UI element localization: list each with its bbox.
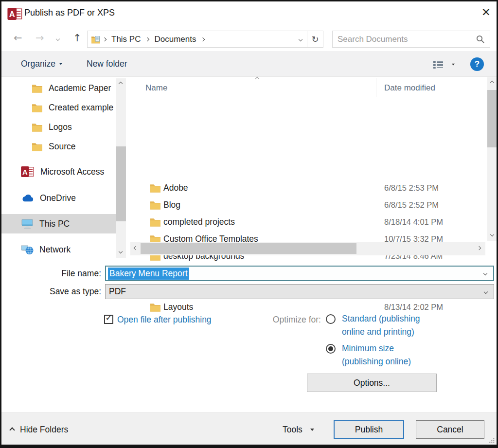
hide-folders-button[interactable]: Hide Folders	[10, 425, 68, 435]
file-list: Name Date modified Adobe 6/8/15 2:53 PM …	[130, 77, 485, 256]
sidebar-item-label: Logos	[49, 122, 72, 132]
close-icon[interactable]: ✕	[481, 6, 491, 18]
access-app-icon	[7, 7, 23, 20]
help-button[interactable]: ?	[470, 57, 484, 71]
folder-icon	[150, 303, 161, 312]
file-row-completed-projects[interactable]: completed projects 8/18/14 4:01 PM	[130, 214, 485, 231]
up-button[interactable]: ↑	[73, 32, 82, 44]
radio-standard-label-line1[interactable]: Standard (publishing	[342, 314, 420, 324]
checkmark-icon: ✓	[105, 314, 112, 322]
column-header-name[interactable]: Name	[145, 83, 167, 93]
sidebar-item-academic-paper[interactable]: Academic Paper	[1, 78, 116, 98]
publish-button-label: Publish	[355, 425, 383, 435]
sidebar-item-logos[interactable]: Logos	[1, 117, 116, 137]
breadcrumb-documents[interactable]: Documents	[151, 35, 199, 44]
breadcrumb-this-pc[interactable]: This PC	[108, 35, 143, 44]
navigation-bar: ← → ↑ This PC Documents ↻	[1, 27, 497, 51]
organize-button[interactable]: Organize	[21, 51, 63, 76]
scroll-left-icon[interactable]	[134, 246, 138, 250]
open-file-checkbox[interactable]: ✓	[104, 315, 113, 324]
file-name-input[interactable]: Bakery Menu Report	[105, 266, 494, 281]
cancel-button-label: Cancel	[437, 425, 463, 435]
breadcrumb-separator-icon	[201, 37, 205, 41]
location-folder-icon	[91, 35, 101, 44]
scroll-down-icon[interactable]	[119, 250, 123, 253]
cancel-button[interactable]: Cancel	[416, 420, 484, 439]
radio-standard-label-line2[interactable]: online and printing)	[342, 327, 414, 337]
address-bar[interactable]: This PC Documents ↻	[87, 31, 323, 48]
sidebar-scrollbar[interactable]	[116, 78, 126, 258]
radio-selected-dot	[328, 346, 333, 351]
radio-standard[interactable]	[326, 314, 336, 324]
file-name: Layouts	[163, 302, 193, 312]
dialog-title: Publish as PDF or XPS	[24, 8, 115, 18]
folder-icon	[150, 217, 161, 227]
breadcrumb-separator-icon	[145, 37, 149, 41]
save-as-type-select[interactable]: PDF	[105, 284, 494, 299]
folder-icon	[150, 200, 161, 210]
publish-pdf-xps-dialog: Publish as PDF or XPS ✕ ← → ↑ This PC Do…	[0, 0, 498, 448]
list-vertical-scrollbar[interactable]	[487, 77, 498, 241]
list-horizontal-scrollbar[interactable]	[130, 242, 485, 255]
file-row-adobe[interactable]: Adobe 6/8/15 2:53 PM	[130, 180, 485, 197]
file-row-blog[interactable]: Blog 6/8/15 2:52 PM	[130, 197, 485, 214]
sidebar-item-source[interactable]: Source	[1, 137, 116, 156]
radio-minimum-size[interactable]	[326, 344, 336, 354]
footer-bar: Hide Folders Tools Publish Cancel	[1, 412, 497, 445]
radio-minimum-label-line1[interactable]: Minimum size	[342, 343, 394, 354]
this-pc-monitor-icon	[21, 218, 34, 229]
options-button[interactable]: Options...	[307, 374, 437, 392]
new-folder-button[interactable]: New folder	[87, 51, 127, 76]
sidebar-scrollbar-thumb[interactable]	[116, 146, 126, 221]
breadcrumb-separator-icon	[103, 37, 107, 41]
sidebar-item-label: OneDrive	[40, 193, 76, 203]
save-as-type-chevron-icon[interactable]	[484, 289, 488, 293]
horizontal-scrollbar-thumb[interactable]	[141, 243, 356, 254]
file-date: 6/8/15 2:52 PM	[384, 200, 439, 210]
file-name: Blog	[163, 200, 180, 210]
optimize-for-label: Optimize for:	[245, 315, 321, 325]
scroll-up-icon[interactable]	[119, 82, 123, 86]
refresh-icon[interactable]: ↻	[307, 34, 323, 44]
view-dropdown-caret-icon[interactable]	[452, 64, 455, 66]
sidebar-item-this-pc[interactable]: This PC	[1, 214, 116, 233]
folder-icon	[150, 183, 161, 193]
sort-ascending-icon	[255, 77, 259, 81]
open-file-checkbox-label[interactable]: Open file after publishing	[117, 315, 212, 325]
sidebar-item-network[interactable]: Network	[1, 240, 116, 259]
back-button[interactable]: ←	[14, 32, 22, 44]
options-button-label: Options...	[354, 378, 390, 388]
forward-button[interactable]: →	[36, 32, 44, 44]
file-name: Adobe	[163, 183, 188, 193]
change-view-icon[interactable]	[433, 60, 444, 69]
address-dropdown-chevron-icon[interactable]	[299, 37, 302, 41]
sidebar-item-onedrive[interactable]: OneDrive	[1, 188, 116, 208]
scroll-up-icon[interactable]	[490, 81, 494, 85]
column-header-date-modified[interactable]: Date modified	[384, 83, 435, 93]
file-date: 6/8/15 2:53 PM	[384, 183, 439, 193]
file-date: 8/18/14 4:01 PM	[384, 217, 443, 227]
list-scrollbar-thumb[interactable]	[487, 90, 498, 147]
radio-minimum-label-line2[interactable]: (publishing online)	[342, 357, 411, 367]
tools-caret-icon	[310, 429, 314, 431]
toolbar: Organize New folder ?	[1, 51, 497, 77]
tools-dropdown[interactable]: Tools	[283, 425, 314, 435]
recent-locations-chevron-icon[interactable]	[56, 37, 60, 41]
organize-caret-icon	[59, 63, 62, 65]
scroll-right-icon[interactable]	[477, 246, 481, 250]
folder-icon	[32, 142, 43, 151]
tools-label: Tools	[283, 425, 302, 435]
sidebar-item-label: Source	[49, 142, 75, 152]
file-row-layouts[interactable]: Layouts 8/13/14 2:02 PM	[130, 299, 485, 316]
search-input[interactable]	[333, 35, 476, 44]
resize-grip[interactable]	[488, 437, 495, 444]
scroll-down-icon[interactable]	[490, 233, 494, 236]
folder-icon	[32, 84, 43, 93]
onedrive-cloud-icon	[21, 194, 34, 202]
publish-button[interactable]: Publish	[334, 420, 404, 439]
column-divider	[376, 78, 376, 97]
sidebar-item-created-example[interactable]: Created example	[1, 98, 116, 117]
sidebar-item-microsoft-access[interactable]: Microsoft Access	[1, 162, 116, 181]
file-name-dropdown-chevron-icon[interactable]	[483, 271, 487, 275]
search-icon[interactable]	[476, 35, 485, 44]
